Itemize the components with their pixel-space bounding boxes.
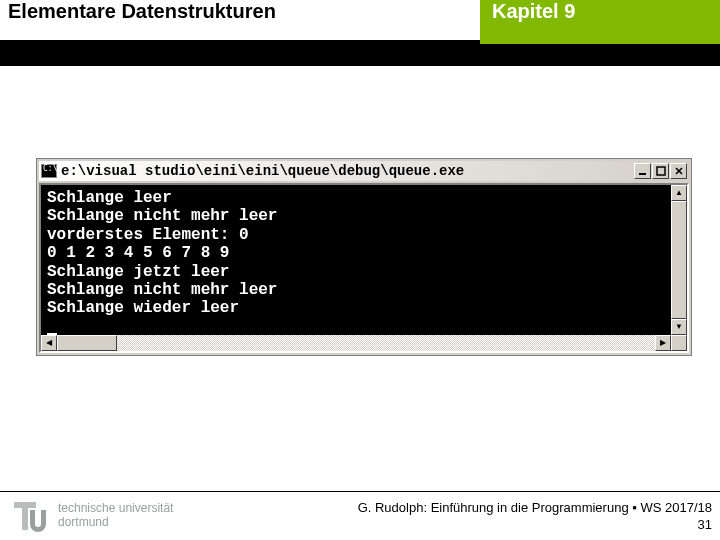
terminal-output: Schlange leer Schlange nicht mehr leer v… xyxy=(41,185,671,335)
header-underline xyxy=(0,44,720,66)
svg-rect-6 xyxy=(22,502,28,530)
vscroll-thumb[interactable] xyxy=(671,201,687,319)
university-logo: technische universität dortmund xyxy=(10,496,173,536)
vertical-scrollbar[interactable]: ▲ ▼ xyxy=(671,185,687,335)
slide-footer: G. Rudolph: Einführung in die Programmie… xyxy=(358,499,712,534)
terminal-body: Schlange leer Schlange nicht mehr leer v… xyxy=(39,183,689,353)
window-buttons xyxy=(634,163,687,179)
scrollbar-corner xyxy=(671,335,687,351)
arrow-left-icon: ◀ xyxy=(46,339,52,347)
maximize-button[interactable] xyxy=(652,163,669,179)
svg-rect-1 xyxy=(657,167,665,175)
svg-rect-0 xyxy=(639,173,646,175)
titlebar: e:\visual studio\eini\eini\queue\debug\q… xyxy=(39,161,689,181)
topic-text: Elementare Datenstrukturen xyxy=(8,0,276,23)
logo-text: technische universität dortmund xyxy=(58,502,173,530)
console-window: e:\visual studio\eini\eini\queue\debug\q… xyxy=(36,158,692,356)
scroll-up-button[interactable]: ▲ xyxy=(671,185,687,201)
page-number: 31 xyxy=(358,516,712,534)
horizontal-scrollbar[interactable]: ◀ ▶ xyxy=(41,335,687,351)
slide-header: Elementare Datenstrukturen Kapitel 9 xyxy=(0,0,720,44)
window-title: e:\visual studio\eini\eini\queue\debug\q… xyxy=(61,163,630,179)
minimize-button[interactable] xyxy=(634,163,651,179)
logo-line1: technische universität xyxy=(58,502,173,516)
footer-divider xyxy=(0,491,720,492)
hscroll-track[interactable] xyxy=(57,335,655,351)
cmd-icon xyxy=(41,164,57,178)
scroll-left-button[interactable]: ◀ xyxy=(41,335,57,351)
arrow-right-icon: ▶ xyxy=(660,339,666,347)
chapter-text: Kapitel 9 xyxy=(492,0,575,23)
header-chapter: Kapitel 9 xyxy=(480,0,720,44)
logo-line2: dortmund xyxy=(58,516,173,530)
hscroll-thumb[interactable] xyxy=(57,335,117,351)
footer-credit: G. Rudolph: Einführung in die Programmie… xyxy=(358,499,712,517)
tu-logo-icon xyxy=(10,496,50,536)
arrow-up-icon: ▲ xyxy=(675,189,683,197)
header-topic: Elementare Datenstrukturen xyxy=(0,0,480,44)
arrow-down-icon: ▼ xyxy=(675,323,683,331)
scroll-right-button[interactable]: ▶ xyxy=(655,335,671,351)
vscroll-track[interactable] xyxy=(671,201,687,319)
close-button[interactable] xyxy=(670,163,687,179)
scroll-down-button[interactable]: ▼ xyxy=(671,319,687,335)
